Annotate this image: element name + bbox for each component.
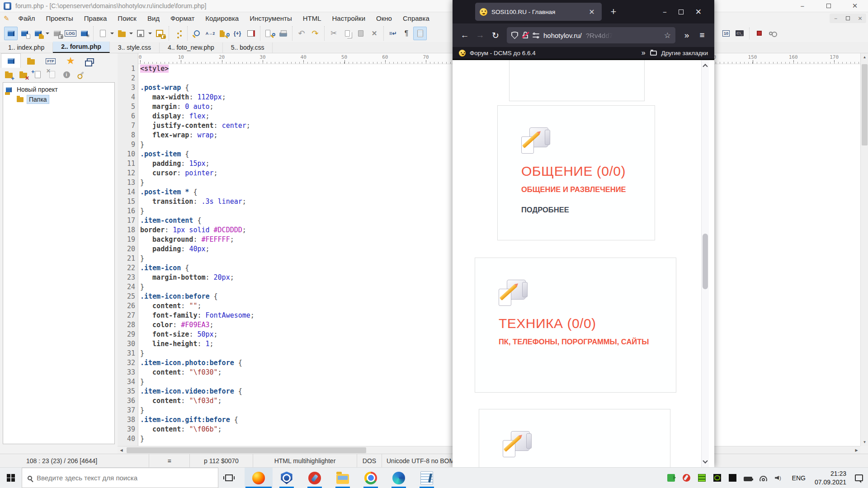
scrollbar-thumb[interactable] (127, 447, 366, 453)
sidebar-tool-file-add[interactable]: + (31, 68, 44, 81)
browser-tab[interactable]: SOSI100.RU - Главная ✕ (475, 3, 602, 21)
reload-button[interactable]: ↻ (488, 28, 503, 43)
toolbar-sort-tree[interactable] (171, 27, 185, 40)
other-bookmarks-button[interactable]: Другие закладки (661, 50, 708, 56)
sidebar-tool-file-remove[interactable]: ✕ (45, 68, 59, 81)
new-tab-button[interactable]: + (608, 6, 619, 18)
doc-close-button[interactable]: ✕ (854, 14, 866, 23)
toolbar-cut[interactable]: ✂ (327, 27, 340, 40)
toolbar-search[interactable] (190, 27, 203, 40)
toolbar-record-macro[interactable] (752, 27, 766, 40)
menu-Настройки[interactable]: Настройки (327, 13, 371, 23)
taskbar-app-edge[interactable] (385, 468, 413, 488)
toolbar-open-folder[interactable] (115, 27, 128, 40)
forum-card-partial-bottom[interactable] (479, 409, 670, 467)
clock[interactable]: 21:23 07.09.2021 (811, 469, 850, 486)
dropdown-arrow-icon[interactable] (147, 27, 153, 40)
toolbar-undo[interactable]: ↶ (295, 27, 308, 40)
scroll-up-arrow[interactable]: ▲ (861, 53, 868, 61)
toolbar-print-preview[interactable] (263, 27, 276, 40)
dropdown-arrow-icon[interactable] (128, 27, 134, 40)
permissions-icon[interactable] (533, 33, 539, 38)
toolbar-new-document[interactable] (96, 27, 109, 40)
tray-battery[interactable] (741, 468, 756, 488)
menu-Проекты[interactable]: Проекты (40, 13, 78, 23)
toolbar-project-save[interactable] (50, 27, 64, 40)
editor-vertical-scrollbar[interactable]: ▲ ▼ (860, 53, 868, 446)
menu-Окно[interactable]: Окно (371, 13, 397, 23)
tab-5..-body.css[interactable]: 5.. body.css (223, 42, 273, 53)
toolbar-hex-view[interactable]: 10 (719, 27, 733, 40)
toolbar-print[interactable] (276, 27, 290, 40)
tray-ccleaner[interactable] (679, 468, 694, 488)
sidebar-tool-folder-add[interactable]: + (2, 68, 15, 81)
toolbar-log-window[interactable]: LOG (64, 27, 77, 40)
menu-hamburger-icon[interactable]: ≡ (694, 28, 710, 43)
taskbar-app-ccleaner[interactable] (301, 468, 329, 488)
toolbar-line-numbers[interactable] (413, 27, 427, 40)
toolbar-match-braces[interactable]: {+} (231, 27, 244, 40)
address-bar[interactable]: hohotylov.ru/ ?Rv4dd7 ☆ (507, 27, 675, 43)
menu-Поиск[interactable]: Поиск (112, 13, 142, 23)
task-view-button[interactable] (218, 468, 239, 488)
scrollbar-thumb[interactable] (703, 234, 708, 289)
toolbar-replace-az[interactable]: A→2 (203, 27, 217, 40)
bookmarks-overflow-icon[interactable]: » (642, 49, 646, 57)
sidebar-tool-info[interactable]: i (60, 68, 73, 81)
taskbar-app-security-shield[interactable] (273, 468, 301, 488)
tray-nvidia[interactable] (710, 468, 725, 488)
forum-card-tekhnika[interactable]: ТЕХНИКА (0/0) ПК, ТЕЛЕФОНЫ, ПОРОГРАММЫ, … (475, 258, 676, 393)
action-center-button[interactable] (850, 468, 868, 488)
toolbar-paste[interactable] (354, 27, 368, 40)
sidebar-tab-folder[interactable] (21, 54, 41, 68)
scroll-down-arrow[interactable]: ▼ (861, 438, 868, 446)
taskbar-app-firefox[interactable] (245, 468, 273, 488)
toolbar-copy[interactable] (340, 27, 354, 40)
menu-HTML[interactable]: HTML (297, 13, 327, 23)
bookmark-star-icon[interactable]: ☆ (664, 31, 671, 40)
forum-section-title[interactable]: ТЕХНИКА (0/0) (499, 316, 652, 331)
sidebar-tab-ftp[interactable]: FTP (41, 54, 61, 68)
scroll-down-arrow[interactable] (703, 458, 708, 463)
tray-codec[interactable] (725, 468, 741, 488)
scroll-up-arrow[interactable] (703, 64, 708, 69)
sidebar-tool-folder-remove[interactable]: ✕ (16, 68, 30, 81)
insecure-lock-icon[interactable] (522, 32, 528, 39)
sidebar-tab-project-cube[interactable] (1, 53, 21, 68)
taskbar-app-explorer[interactable] (329, 468, 357, 488)
tab-close-icon[interactable]: ✕ (586, 8, 597, 16)
sidebar-tab-windows[interactable] (80, 54, 100, 68)
dropdown-arrow-icon[interactable] (45, 27, 50, 40)
doc-restore-button[interactable] (842, 14, 854, 23)
more-link[interactable]: ПОДРОБНЕЕ (521, 206, 631, 214)
toolbar-redo[interactable]: ↷ (308, 27, 322, 40)
forum-section-title[interactable]: ОБЩЕНИЕ (0/0) (521, 164, 631, 179)
menu-Правка[interactable]: Правка (79, 13, 113, 23)
toolbar-bookmarks-book[interactable] (244, 27, 258, 40)
dropdown-arrow-icon[interactable] (109, 27, 115, 40)
toolbar-project-copy[interactable] (18, 27, 31, 40)
taskbar-app-text-editor[interactable] (413, 468, 441, 488)
toolbar-find-in-files[interactable] (217, 27, 231, 40)
toolbar-save-file[interactable] (134, 27, 147, 40)
tree-item-folder[interactable]: Папка (3, 94, 114, 104)
overflow-chevrons-icon[interactable]: » (679, 28, 694, 43)
start-button[interactable] (0, 468, 22, 488)
sidebar-tab-favorites-star[interactable]: ★ (61, 54, 80, 68)
toolbar-wrap-lines[interactable]: ≡↵ (386, 27, 400, 40)
tab-3..-style.css[interactable]: 3.. style.css (110, 42, 160, 53)
forward-button[interactable]: → (472, 28, 488, 43)
tray-wifi[interactable] (756, 468, 771, 488)
back-button[interactable]: ← (457, 28, 472, 43)
minimize-button[interactable]: − (789, 0, 816, 12)
tray-volume[interactable] (771, 468, 787, 488)
minimize-button[interactable]: − (663, 8, 667, 16)
taskbar-search-box[interactable]: Введите здесь текст для поиска (22, 468, 218, 488)
toolbar-show-paragraph[interactable]: ¶ (400, 27, 413, 40)
sidebar-tool-tools-wrench[interactable] (74, 68, 88, 81)
tray-flag[interactable] (664, 468, 679, 488)
maximize-button[interactable] (679, 9, 684, 14)
menu-Кодировка[interactable]: Кодировка (200, 13, 244, 23)
tab-1..-index.php[interactable]: 1.. index.php (0, 42, 53, 53)
tab-4..-foto_new.php[interactable]: 4.. foto_new.php (160, 42, 223, 53)
